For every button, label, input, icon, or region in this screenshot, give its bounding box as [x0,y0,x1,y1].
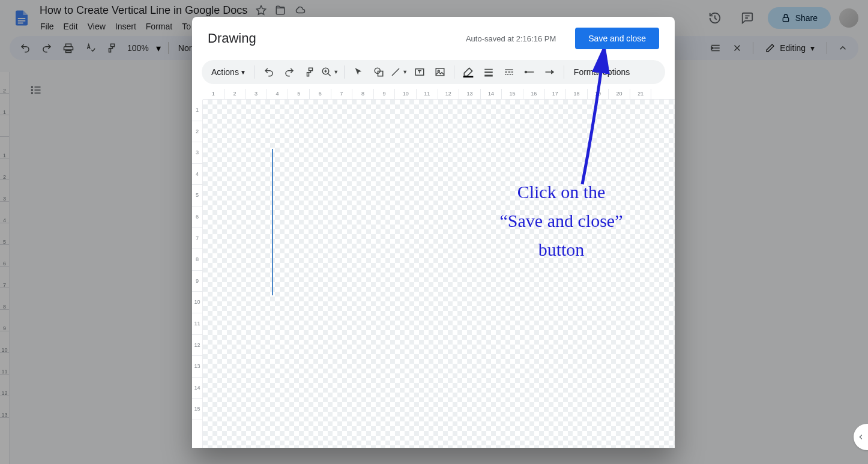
annotation-text: Click on the “Save and close” button [465,178,657,264]
chevron-down-icon: ▼ [240,69,246,76]
drawing-canvas-area: 1 2 3 4 5 6 7 8 9 10 11 12 13 14 15 16 1… [192,89,675,448]
autosave-status: Auto-saved at 2:16:16 PM [466,34,556,43]
svg-rect-19 [508,71,510,73]
drawing-canvas[interactable] [203,100,675,448]
svg-rect-21 [505,74,506,75]
svg-rect-13 [463,76,473,78]
separator [344,65,345,79]
svg-rect-9 [378,71,382,76]
dialog-header: Drawing Auto-saved at 2:16:16 PM Save an… [192,17,675,55]
svg-rect-18 [505,71,507,73]
separator [454,65,454,79]
svg-rect-16 [484,75,493,77]
line-start-icon[interactable] [520,63,538,81]
drawn-vertical-line[interactable] [272,149,273,295]
format-options-button[interactable]: Format options [569,67,634,77]
textbox-tool-icon[interactable] [411,63,429,81]
line-color-icon[interactable] [459,63,477,81]
actions-menu[interactable]: Actions ▼ [208,65,250,79]
separator [255,65,255,79]
svg-rect-17 [505,70,513,71]
dialog-title: Drawing [208,31,256,46]
shape-tool-icon[interactable] [370,63,388,81]
undo-icon[interactable] [260,63,278,81]
line-tool-icon[interactable]: ▼ [390,63,408,81]
line-weight-icon[interactable] [480,63,498,81]
svg-rect-22 [507,74,508,75]
horizontal-ruler: 1 2 3 4 5 6 7 8 9 10 11 12 13 14 15 16 1… [203,89,675,100]
save-and-close-button[interactable]: Save and close [575,28,659,49]
redo-icon[interactable] [280,63,298,81]
separator [564,65,564,79]
image-tool-icon[interactable] [431,63,449,81]
svg-rect-11 [436,68,444,76]
line-end-icon[interactable] [541,63,559,81]
vertical-ruler-drawing: 1 2 3 4 5 6 7 8 9 10 11 12 13 14 15 [192,100,203,448]
svg-rect-23 [510,74,511,75]
svg-rect-20 [511,71,513,73]
drawing-toolbar: Actions ▼ ▼ ▼ Format options [202,60,665,84]
line-dash-icon[interactable] [500,63,518,81]
svg-point-25 [525,71,526,73]
svg-rect-24 [511,74,513,75]
paint-format-icon[interactable] [301,63,319,81]
svg-rect-14 [484,69,493,70]
select-tool-icon[interactable] [349,63,367,81]
svg-rect-15 [484,71,493,73]
zoom-icon[interactable]: ▼ [321,63,339,81]
